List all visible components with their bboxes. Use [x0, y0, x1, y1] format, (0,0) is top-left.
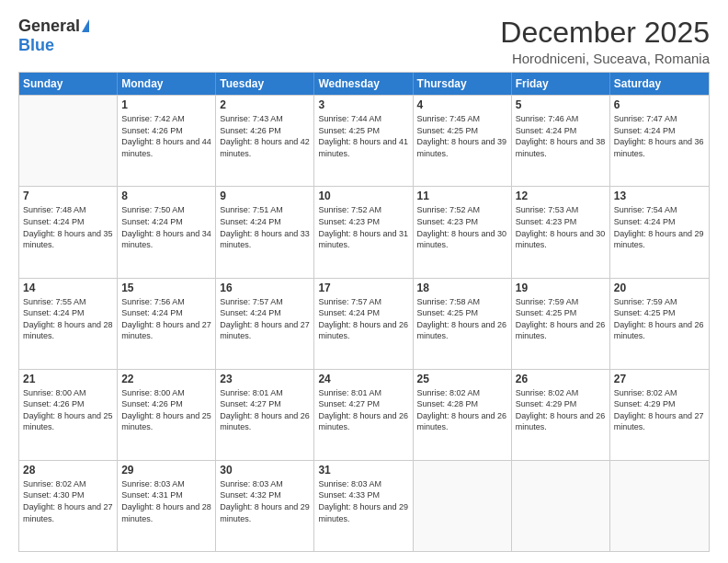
day-info: Sunrise: 8:03 AMSunset: 4:33 PMDaylight:…: [318, 478, 408, 524]
day-info: Sunrise: 7:52 AMSunset: 4:23 PMDaylight:…: [417, 204, 507, 250]
cal-week-2: 7Sunrise: 7:48 AMSunset: 4:24 PMDaylight…: [19, 186, 709, 277]
cal-cell: 30Sunrise: 8:03 AMSunset: 4:32 PMDayligh…: [216, 461, 314, 551]
day-number: 30: [220, 464, 310, 477]
cal-cell: 19Sunrise: 7:59 AMSunset: 4:25 PMDayligh…: [512, 279, 610, 369]
day-number: 19: [516, 282, 606, 294]
day-info: Sunrise: 7:59 AMSunset: 4:25 PMDaylight:…: [614, 296, 705, 342]
cal-cell: 7Sunrise: 7:48 AMSunset: 4:24 PMDaylight…: [19, 187, 118, 277]
day-number: 17: [318, 282, 408, 294]
day-number: 12: [516, 190, 606, 202]
day-info: Sunrise: 7:42 AMSunset: 4:26 PMDaylight:…: [121, 113, 211, 159]
cal-cell: 18Sunrise: 7:58 AMSunset: 4:25 PMDayligh…: [414, 279, 512, 369]
day-number: 3: [318, 98, 408, 111]
day-number: 8: [121, 190, 211, 202]
cal-cell: 17Sunrise: 7:57 AMSunset: 4:24 PMDayligh…: [314, 279, 413, 369]
day-number: 10: [318, 190, 408, 202]
cal-cell: 24Sunrise: 8:01 AMSunset: 4:27 PMDayligh…: [314, 370, 413, 460]
title-section: December 2025 Horodniceni, Suceava, Roma…: [500, 17, 710, 66]
day-info: Sunrise: 7:54 AMSunset: 4:24 PMDaylight:…: [614, 204, 705, 250]
cal-header-friday: Friday: [512, 73, 610, 95]
cal-cell: 22Sunrise: 8:00 AMSunset: 4:26 PMDayligh…: [118, 370, 216, 460]
calendar-body: 1Sunrise: 7:42 AMSunset: 4:26 PMDaylight…: [19, 95, 709, 551]
cal-cell: 16Sunrise: 7:57 AMSunset: 4:24 PMDayligh…: [216, 279, 314, 369]
cal-cell: 2Sunrise: 7:43 AMSunset: 4:26 PMDaylight…: [216, 96, 314, 186]
calendar-header: SundayMondayTuesdayWednesdayThursdayFrid…: [19, 73, 709, 95]
cal-cell: 4Sunrise: 7:45 AMSunset: 4:25 PMDaylight…: [414, 96, 512, 186]
day-info: Sunrise: 8:00 AMSunset: 4:26 PMDaylight:…: [121, 387, 211, 433]
page: General Blue December 2025 Horodniceni, …: [0, 0, 728, 563]
day-number: 26: [516, 373, 606, 385]
cal-cell: 5Sunrise: 7:46 AMSunset: 4:24 PMDaylight…: [512, 96, 610, 186]
day-number: 14: [23, 282, 113, 294]
cal-cell: 8Sunrise: 7:50 AMSunset: 4:24 PMDaylight…: [118, 187, 216, 277]
cal-cell: 14Sunrise: 7:55 AMSunset: 4:24 PMDayligh…: [19, 279, 118, 369]
day-info: Sunrise: 7:55 AMSunset: 4:24 PMDaylight:…: [23, 296, 113, 342]
cal-cell: 3Sunrise: 7:44 AMSunset: 4:25 PMDaylight…: [314, 96, 413, 186]
calendar: SundayMondayTuesdayWednesdayThursdayFrid…: [18, 72, 710, 552]
day-info: Sunrise: 8:02 AMSunset: 4:29 PMDaylight:…: [614, 387, 705, 433]
day-info: Sunrise: 7:56 AMSunset: 4:24 PMDaylight:…: [121, 296, 211, 342]
cal-header-wednesday: Wednesday: [314, 73, 413, 95]
cal-header-monday: Monday: [118, 73, 216, 95]
cal-week-5: 28Sunrise: 8:02 AMSunset: 4:30 PMDayligh…: [19, 460, 709, 551]
cal-week-4: 21Sunrise: 8:00 AMSunset: 4:26 PMDayligh…: [19, 369, 709, 460]
main-title: December 2025: [500, 17, 710, 49]
day-info: Sunrise: 7:50 AMSunset: 4:24 PMDaylight:…: [121, 204, 211, 250]
cal-cell: [19, 96, 118, 186]
cal-cell: [414, 461, 512, 551]
logo-triangle-icon: [82, 19, 89, 32]
cal-cell: 9Sunrise: 7:51 AMSunset: 4:24 PMDaylight…: [216, 187, 314, 277]
day-info: Sunrise: 8:00 AMSunset: 4:26 PMDaylight:…: [23, 387, 113, 433]
day-info: Sunrise: 7:57 AMSunset: 4:24 PMDaylight:…: [220, 296, 310, 342]
day-info: Sunrise: 8:01 AMSunset: 4:27 PMDaylight:…: [318, 387, 408, 433]
day-info: Sunrise: 8:01 AMSunset: 4:27 PMDaylight:…: [220, 387, 310, 433]
header: General Blue December 2025 Horodniceni, …: [18, 17, 710, 66]
day-number: 2: [220, 98, 310, 111]
day-info: Sunrise: 7:45 AMSunset: 4:25 PMDaylight:…: [417, 113, 507, 159]
subtitle: Horodniceni, Suceava, Romania: [500, 51, 710, 66]
day-number: 6: [614, 98, 705, 111]
cal-header-saturday: Saturday: [610, 73, 709, 95]
day-number: 20: [614, 282, 705, 294]
day-number: 22: [121, 373, 211, 385]
cal-week-3: 14Sunrise: 7:55 AMSunset: 4:24 PMDayligh…: [19, 278, 709, 369]
day-info: Sunrise: 8:02 AMSunset: 4:29 PMDaylight:…: [516, 387, 606, 433]
day-info: Sunrise: 7:52 AMSunset: 4:23 PMDaylight:…: [318, 204, 408, 250]
cal-header-thursday: Thursday: [414, 73, 512, 95]
day-number: 24: [318, 373, 408, 385]
cal-cell: 21Sunrise: 8:00 AMSunset: 4:26 PMDayligh…: [19, 370, 118, 460]
cal-cell: 26Sunrise: 8:02 AMSunset: 4:29 PMDayligh…: [512, 370, 610, 460]
day-info: Sunrise: 7:59 AMSunset: 4:25 PMDaylight:…: [516, 296, 606, 342]
cal-cell: 11Sunrise: 7:52 AMSunset: 4:23 PMDayligh…: [414, 187, 512, 277]
day-info: Sunrise: 8:02 AMSunset: 4:30 PMDaylight:…: [23, 478, 113, 524]
day-number: 7: [23, 190, 113, 202]
day-info: Sunrise: 7:48 AMSunset: 4:24 PMDaylight:…: [23, 204, 113, 250]
day-info: Sunrise: 7:43 AMSunset: 4:26 PMDaylight:…: [220, 113, 310, 159]
cal-cell: 10Sunrise: 7:52 AMSunset: 4:23 PMDayligh…: [314, 187, 413, 277]
day-number: 31: [318, 464, 408, 477]
cal-cell: 31Sunrise: 8:03 AMSunset: 4:33 PMDayligh…: [314, 461, 413, 551]
day-number: 5: [516, 98, 606, 111]
cal-header-tuesday: Tuesday: [216, 73, 314, 95]
cal-cell: 13Sunrise: 7:54 AMSunset: 4:24 PMDayligh…: [610, 187, 709, 277]
logo-general-text: General: [18, 17, 80, 36]
day-number: 13: [614, 190, 705, 202]
day-info: Sunrise: 8:02 AMSunset: 4:28 PMDaylight:…: [417, 387, 507, 433]
day-number: 9: [220, 190, 310, 202]
day-number: 15: [121, 282, 211, 294]
day-number: 4: [417, 98, 507, 111]
day-number: 11: [417, 190, 507, 202]
cal-cell: 1Sunrise: 7:42 AMSunset: 4:26 PMDaylight…: [118, 96, 216, 186]
logo: General Blue: [18, 17, 89, 55]
cal-cell: 28Sunrise: 8:02 AMSunset: 4:30 PMDayligh…: [19, 461, 118, 551]
cal-cell: [610, 461, 709, 551]
day-number: 16: [220, 282, 310, 294]
day-info: Sunrise: 8:03 AMSunset: 4:31 PMDaylight:…: [121, 478, 211, 524]
logo-blue-text: Blue: [18, 36, 54, 55]
cal-cell: 29Sunrise: 8:03 AMSunset: 4:31 PMDayligh…: [118, 461, 216, 551]
day-info: Sunrise: 7:47 AMSunset: 4:24 PMDaylight:…: [614, 113, 705, 159]
day-number: 25: [417, 373, 507, 385]
day-info: Sunrise: 7:51 AMSunset: 4:24 PMDaylight:…: [220, 204, 310, 250]
cal-cell: 20Sunrise: 7:59 AMSunset: 4:25 PMDayligh…: [610, 279, 709, 369]
day-number: 28: [23, 464, 113, 477]
